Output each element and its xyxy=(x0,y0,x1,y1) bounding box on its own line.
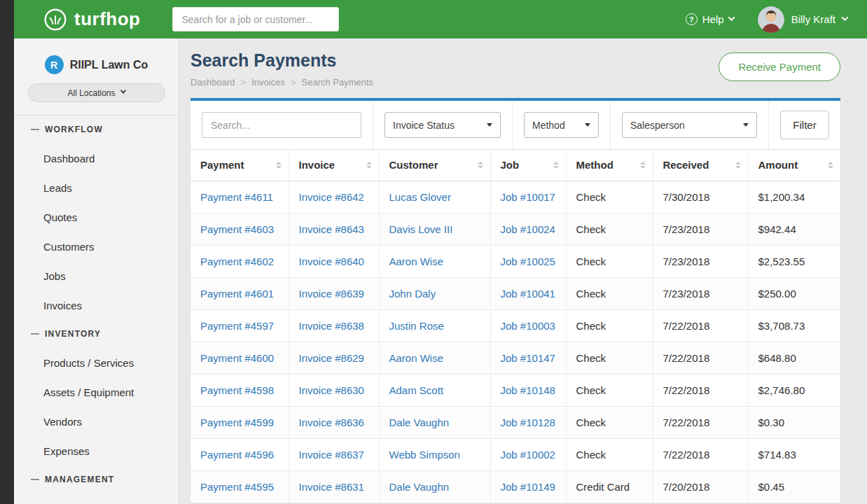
receive-payment-button[interactable]: Receive Payment xyxy=(719,52,840,81)
nav-section-inventory[interactable]: INVENTORY xyxy=(14,320,179,348)
sidebar-item-jobs[interactable]: Jobs xyxy=(14,261,179,290)
sidebar-item-assets-equipment[interactable]: Assets / Equipment xyxy=(14,377,179,407)
payment-link[interactable]: Payment #4595 xyxy=(200,481,274,493)
method-cell: Check xyxy=(566,245,653,277)
invoice-link[interactable]: Invoice #8642 xyxy=(299,191,364,203)
payment-link[interactable]: Payment #4611 xyxy=(200,191,273,203)
job-link[interactable]: Job #10041 xyxy=(501,288,555,300)
payment-link[interactable]: Payment #4598 xyxy=(200,384,274,396)
column-header-invoice[interactable]: Invoice xyxy=(289,150,379,181)
sidebar-item-expenses[interactable]: Expenses xyxy=(14,436,179,465)
received-cell: 7/22/2018 xyxy=(653,342,748,374)
payment-link[interactable]: Payment #4600 xyxy=(200,352,274,364)
user-menu[interactable]: Billy Kraft xyxy=(758,6,847,33)
job-link[interactable]: Job #10025 xyxy=(501,255,555,267)
invoice-link[interactable]: Invoice #8630 xyxy=(299,384,364,396)
help-menu[interactable]: ? Help xyxy=(686,13,734,25)
column-header-job[interactable]: Job xyxy=(490,150,566,181)
column-header-received[interactable]: Received xyxy=(653,150,748,181)
column-header-amount[interactable]: Amount xyxy=(748,150,840,181)
customer-link[interactable]: Justin Rose xyxy=(389,320,444,332)
payment-link[interactable]: Payment #4596 xyxy=(200,449,274,461)
customer-link[interactable]: Aaron Wise xyxy=(389,352,444,364)
invoice-link[interactable]: Invoice #8640 xyxy=(299,255,364,267)
sort-icon[interactable] xyxy=(640,162,646,169)
breadcrumb-item[interactable]: Dashboard xyxy=(190,77,235,88)
invoice-link[interactable]: Invoice #8638 xyxy=(299,320,364,332)
invoice-link[interactable]: Invoice #8643 xyxy=(299,223,364,235)
sidebar-item-quotes[interactable]: Quotes xyxy=(14,202,179,232)
column-header-method[interactable]: Method xyxy=(566,150,653,181)
invoice-link[interactable]: Invoice #8637 xyxy=(299,449,364,461)
sort-icon[interactable] xyxy=(553,162,559,169)
payment-link[interactable]: Payment #4601 xyxy=(200,288,274,300)
table-row: Payment #4600Invoice #8629Aaron WiseJob … xyxy=(190,342,840,374)
sidebar-item-leads[interactable]: Leads xyxy=(14,173,179,202)
job-cell: Job #10025 xyxy=(490,245,566,277)
method-cell: Check xyxy=(566,309,653,342)
nav-section-management[interactable]: MANAGEMENT xyxy=(14,465,179,493)
amount-cell: $0.30 xyxy=(748,406,840,438)
payment-link[interactable]: Payment #4597 xyxy=(200,320,274,332)
invoice-link[interactable]: Invoice #8631 xyxy=(299,481,364,493)
table-search-input[interactable] xyxy=(202,112,361,138)
sidebar-item-products-services[interactable]: Products / Services xyxy=(14,348,179,377)
job-link[interactable]: Job #10024 xyxy=(501,223,555,235)
job-link[interactable]: Job #10148 xyxy=(501,384,555,396)
locations-dropdown[interactable]: All Locations xyxy=(28,83,165,102)
received-cell: 7/22/2018 xyxy=(653,438,748,470)
job-link[interactable]: Job #10149 xyxy=(501,481,555,493)
dashes-icon xyxy=(31,479,39,480)
job-link[interactable]: Job #10002 xyxy=(501,449,555,461)
salesperson-select[interactable]: Salesperson xyxy=(622,112,757,138)
payment-link[interactable]: Payment #4599 xyxy=(200,416,274,428)
sort-icon[interactable] xyxy=(478,162,483,169)
sort-icon[interactable] xyxy=(276,162,282,169)
customer-link[interactable]: Aaron Wise xyxy=(389,255,444,267)
nav-section-label: INVENTORY xyxy=(45,329,101,339)
customer-link[interactable]: Dale Vaughn xyxy=(389,481,450,493)
payment-link[interactable]: Payment #4602 xyxy=(200,255,274,267)
invoice-link[interactable]: Invoice #8636 xyxy=(299,416,364,428)
payment-link[interactable]: Payment #4603 xyxy=(200,223,274,235)
sidebar-item-customers[interactable]: Customers xyxy=(14,232,179,261)
breadcrumb-item[interactable]: Invoices xyxy=(251,77,285,88)
sidebar-item-invoices[interactable]: Invoices xyxy=(14,290,179,320)
job-link[interactable]: Job #10003 xyxy=(501,320,555,332)
job-link[interactable]: Job #10017 xyxy=(501,191,555,203)
customer-link[interactable]: Dale Vaughn xyxy=(389,416,450,428)
sidebar-item-vendors[interactable]: Vendors xyxy=(14,407,179,436)
customer-link[interactable]: Lucas Glover xyxy=(389,191,451,203)
column-header-customer[interactable]: Customer xyxy=(379,150,490,181)
customer-link[interactable]: Davis Love III xyxy=(389,223,453,235)
column-header-payment[interactable]: Payment xyxy=(190,150,289,181)
global-search-input[interactable] xyxy=(172,7,339,31)
sort-icon[interactable] xyxy=(828,162,833,169)
table-row: Payment #4599Invoice #8636Dale VaughnJob… xyxy=(190,406,840,438)
invoice-link[interactable]: Invoice #8639 xyxy=(299,288,364,300)
received-cell: 7/22/2018 xyxy=(653,309,748,342)
method-select[interactable]: Method xyxy=(524,112,599,138)
sidebar-item-dashboard[interactable]: Dashboard xyxy=(14,144,179,173)
breadcrumb-item[interactable]: Search Payments xyxy=(302,77,374,88)
invoice-status-select[interactable]: Invoice Status xyxy=(384,112,501,138)
customer-cell: Justin Rose xyxy=(379,309,490,342)
job-link[interactable]: Job #10128 xyxy=(501,416,555,428)
invoice-link[interactable]: Invoice #8629 xyxy=(299,352,364,364)
sort-icon[interactable] xyxy=(366,162,372,169)
company-header[interactable]: R RIIPL Lawn Co xyxy=(14,38,179,74)
customer-link[interactable]: Adam Scott xyxy=(389,384,444,396)
customer-cell: Lucas Glover xyxy=(379,181,490,213)
customer-link[interactable]: Webb Simpson xyxy=(389,449,460,461)
customer-link[interactable]: John Daly xyxy=(389,288,436,300)
invoice-cell: Invoice #8643 xyxy=(289,213,379,245)
filter-button[interactable]: Filter xyxy=(780,111,829,139)
sidebar: R RIIPL Lawn Co All Locations WORKFLOWDa… xyxy=(14,38,179,504)
caret-down-icon xyxy=(743,123,749,127)
logo[interactable]: turfhop xyxy=(43,8,140,31)
nav-section-reports[interactable]: REPORTS xyxy=(14,493,179,504)
table-row: Payment #4603Invoice #8643Davis Love III… xyxy=(190,213,840,245)
sort-icon[interactable] xyxy=(735,162,741,169)
nav-section-workflow[interactable]: WORKFLOW xyxy=(14,115,179,144)
job-link[interactable]: Job #10147 xyxy=(501,352,555,364)
